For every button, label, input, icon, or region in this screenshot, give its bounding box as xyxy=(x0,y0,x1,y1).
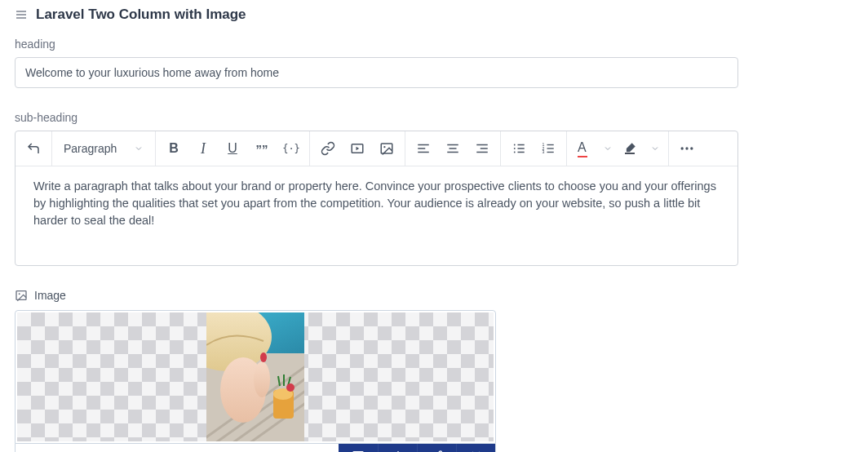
align-right-button[interactable] xyxy=(467,136,497,161)
svg-point-16 xyxy=(514,144,516,146)
page-title: Laravel Two Column with Image xyxy=(36,7,246,23)
svg-point-31 xyxy=(690,147,693,149)
underline-button[interactable]: U xyxy=(218,136,247,161)
svg-marker-4 xyxy=(356,147,360,151)
svg-point-29 xyxy=(681,147,684,149)
svg-point-30 xyxy=(685,147,688,149)
numbered-list-button[interactable]: 123 xyxy=(534,136,563,161)
chevron-down-icon[interactable] xyxy=(598,144,618,153)
chevron-down-icon[interactable] xyxy=(645,144,665,153)
svg-rect-28 xyxy=(625,153,635,154)
svg-point-49 xyxy=(286,383,294,392)
bullet-list-button[interactable] xyxy=(504,136,534,161)
image-thumbnail xyxy=(206,312,304,441)
hamburger-icon[interactable] xyxy=(15,8,28,21)
highlight-button[interactable] xyxy=(618,136,642,161)
image-field-label: Image xyxy=(34,289,66,302)
italic-button[interactable]: I xyxy=(188,136,218,161)
bold-button[interactable]: B xyxy=(159,136,188,161)
chevron-down-icon xyxy=(134,144,144,153)
undo-button[interactable] xyxy=(19,136,48,161)
sub-heading-label: sub-heading xyxy=(15,111,853,124)
paragraph-style-dropdown[interactable]: Paragraph xyxy=(55,142,152,155)
svg-point-20 xyxy=(514,152,516,153)
sub-heading-editor-body[interactable]: Write a paragraph that talks about your … xyxy=(16,166,737,265)
link-button[interactable] xyxy=(313,136,343,161)
text-color-button[interactable]: A xyxy=(570,136,595,161)
blockquote-button[interactable]: ”” xyxy=(247,136,277,161)
svg-point-42 xyxy=(254,361,270,397)
image-download-button[interactable] xyxy=(378,444,417,452)
svg-point-6 xyxy=(383,146,385,148)
align-center-button[interactable] xyxy=(438,136,467,161)
svg-point-18 xyxy=(514,148,516,149)
video-button[interactable] xyxy=(343,136,372,161)
picture-icon xyxy=(15,289,28,302)
svg-point-43 xyxy=(260,352,267,362)
align-left-button[interactable] xyxy=(409,136,438,161)
image-edit-button[interactable] xyxy=(417,444,456,452)
svg-text:3: 3 xyxy=(542,149,545,154)
image-replace-button[interactable] xyxy=(339,444,378,452)
image-preview-frame[interactable] xyxy=(15,310,496,444)
heading-input[interactable] xyxy=(15,57,738,88)
rich-text-editor: Paragraph B I U ”” {·} xyxy=(15,131,738,266)
more-button[interactable] xyxy=(672,136,702,161)
svg-point-33 xyxy=(19,293,20,295)
image-remove-button[interactable] xyxy=(456,444,495,452)
paragraph-style-label: Paragraph xyxy=(55,142,131,155)
insert-image-button[interactable] xyxy=(372,136,401,161)
editor-toolbar: Paragraph B I U ”” {·} xyxy=(16,131,737,166)
code-button[interactable]: {·} xyxy=(277,136,306,161)
heading-label: heading xyxy=(15,38,853,51)
